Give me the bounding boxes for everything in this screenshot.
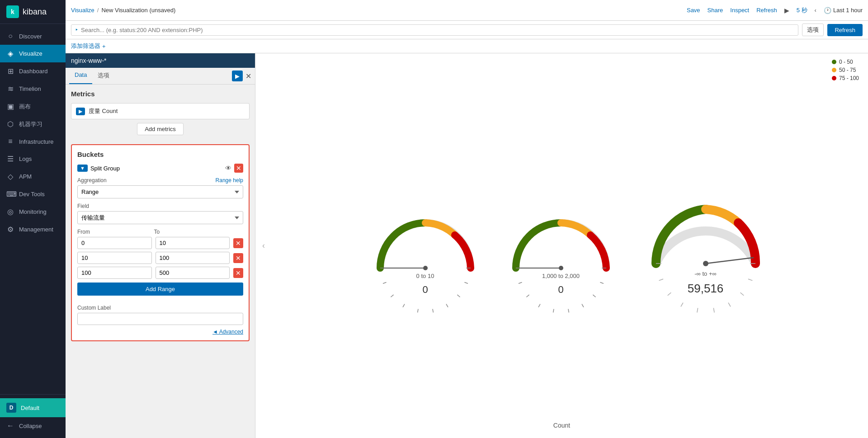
close-panel-button[interactable]: ✕: [245, 72, 251, 80]
share-action[interactable]: Share: [708, 7, 723, 14]
sidebar-item-monitoring[interactable]: ◎ Monitoring: [0, 203, 66, 221]
field-select[interactable]: 传输流量: [77, 211, 243, 224]
svg-point-11: [423, 266, 428, 270]
sidebar-item-infrastructure[interactable]: ≡ Infrastructure: [0, 133, 66, 150]
svg-line-16: [568, 309, 568, 313]
monitoring-icon: ◎: [6, 207, 14, 216]
sidebar-item-visualize[interactable]: ◈ Visualize: [0, 45, 66, 62]
svg-line-34: [706, 258, 753, 264]
add-filter-button[interactable]: 添加筛选器 +: [71, 42, 106, 50]
aggregation-row: Aggregation Range help Range: [77, 177, 243, 198]
sidebar-item-label: Discover: [19, 33, 42, 40]
breadcrumb-current: New Visualization (unsaved): [101, 7, 175, 14]
custom-label-section: Custom Label: [77, 305, 243, 325]
ml-icon: ⬡: [6, 120, 14, 128]
sidebar-logo[interactable]: k kibana: [0, 0, 66, 24]
sidebar-item-collapse[interactable]: ← Collapse: [0, 417, 66, 434]
add-icon: +: [102, 43, 106, 50]
sidebar-item-timelion[interactable]: ≋ Timelion: [0, 80, 66, 98]
metric-play-icon: ▶: [76, 108, 85, 115]
sidebar-item-devtools[interactable]: ⌨ Dev Tools: [0, 185, 66, 203]
run-tab-icon[interactable]: ▶: [232, 71, 243, 81]
svg-line-14: [593, 295, 595, 297]
range-from-0[interactable]: [77, 237, 152, 249]
refresh-time-range[interactable]: 🕐 Last 1 hour: [824, 7, 863, 14]
collapse-panel-button[interactable]: ‹: [262, 241, 265, 250]
filter-bar: 添加筛选器 +: [66, 39, 868, 53]
sidebar-item-label: APM: [19, 173, 32, 180]
svg-line-27: [728, 303, 731, 307]
svg-line-29: [697, 308, 698, 312]
svg-line-26: [740, 292, 744, 295]
svg-line-2: [457, 295, 460, 297]
range-from-1[interactable]: [77, 252, 152, 264]
tab-data[interactable]: Data: [69, 68, 92, 84]
panel-tabs: Data 选项 ▶ ✕: [66, 68, 255, 85]
sidebar-item-canvas[interactable]: ▣ 画布: [0, 98, 66, 115]
field-label: Field: [77, 203, 243, 209]
svg-line-1: [464, 282, 468, 283]
sidebar-item-user[interactable]: D Default: [0, 398, 66, 417]
delete-range-2-button[interactable]: ✕: [233, 268, 243, 278]
refresh-action[interactable]: Refresh: [756, 7, 777, 14]
range-help-link[interactable]: Range help: [216, 177, 243, 184]
range-from-2[interactable]: [77, 267, 152, 279]
custom-label-input[interactable]: [77, 313, 243, 325]
delete-bucket-button[interactable]: ✕: [234, 164, 243, 173]
refresh-button[interactable]: Refresh: [827, 24, 863, 36]
sidebar-item-management[interactable]: ⚙ Management: [0, 221, 66, 238]
add-range-button[interactable]: Add Range: [77, 283, 243, 296]
svg-point-35: [703, 261, 708, 266]
breadcrumb: Visualize / New Visualization (unsaved): [71, 7, 175, 14]
sidebar-item-discover[interactable]: ○ Discover: [0, 28, 66, 45]
breadcrumb-root[interactable]: Visualize: [71, 7, 94, 14]
save-action[interactable]: Save: [687, 7, 700, 14]
viz-toolbar: ‹: [255, 53, 272, 438]
svg-point-23: [559, 266, 563, 270]
search-input[interactable]: [81, 27, 794, 33]
range-to-0[interactable]: [156, 237, 230, 249]
range-to-2[interactable]: [156, 267, 230, 279]
sidebar-item-label: Dev Tools: [19, 191, 45, 198]
dashboard-icon: ⊞: [6, 67, 14, 75]
sidebar-item-ml[interactable]: ⬡ 机器学习: [0, 115, 66, 133]
refresh-interval[interactable]: 5 秒: [797, 6, 807, 14]
logs-icon: ☰: [6, 155, 14, 163]
sidebar-item-label: 画布: [19, 103, 31, 111]
split-group-label: Split Group: [90, 165, 120, 172]
play-button[interactable]: ▶: [784, 7, 789, 14]
options-button[interactable]: 选项: [802, 24, 824, 36]
gauge-1-label: 1,000 to 2,000: [542, 273, 580, 279]
range-to-1[interactable]: [156, 252, 230, 264]
sidebar-item-logs[interactable]: ☰ Logs: [0, 150, 66, 168]
content-area: nginx-www-* Data 选项 ▶ ✕ Metrics ▶: [66, 53, 868, 438]
viz-content: 0 to 10 0: [272, 53, 868, 438]
panel-header: nginx-www-*: [66, 53, 255, 68]
svg-line-5: [417, 309, 418, 313]
legend-dot-0: [832, 60, 836, 64]
gauges-container: 0 to 10 0: [371, 196, 769, 296]
legend-item-0: 0 - 50: [832, 59, 859, 65]
timelion-icon: ≋: [6, 85, 14, 93]
svg-line-28: [713, 308, 714, 312]
advanced-link[interactable]: ◄ Advanced: [77, 329, 243, 335]
collapse-label: Collapse: [19, 423, 42, 429]
sidebar-item-apm[interactable]: ◇ APM: [0, 168, 66, 185]
index-pattern-title: nginx-www-*: [71, 57, 107, 64]
metric-count-item[interactable]: ▶ 度量 Count: [71, 103, 250, 119]
delete-range-0-button[interactable]: ✕: [233, 238, 243, 248]
infrastructure-icon: ≡: [6, 137, 14, 146]
aggregation-select[interactable]: Range: [77, 185, 243, 198]
buckets-title: Buckets: [77, 151, 243, 158]
add-metrics-button[interactable]: Add metrics: [137, 123, 184, 135]
toggle-visibility-button[interactable]: 👁: [225, 165, 231, 172]
svg-line-19: [526, 295, 529, 297]
svg-line-30: [681, 303, 683, 307]
delete-range-1-button[interactable]: ✕: [233, 253, 243, 263]
prev-arrow[interactable]: ‹: [815, 7, 816, 14]
inspect-action[interactable]: Inspect: [730, 7, 749, 14]
tab-options[interactable]: 选项: [92, 68, 115, 84]
collapse-icon: ←: [6, 422, 14, 430]
sidebar-item-dashboard[interactable]: ⊞ Dashboard: [0, 62, 66, 80]
user-label: Default: [21, 405, 39, 411]
